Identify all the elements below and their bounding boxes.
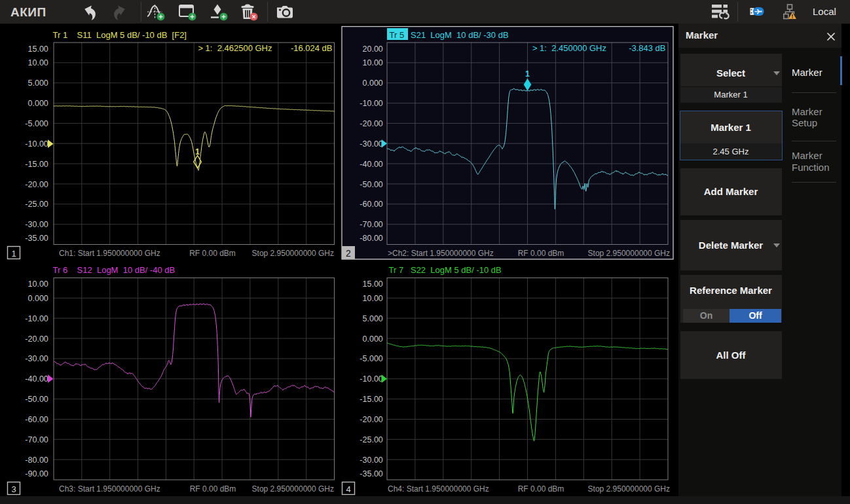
svg-text:10.00: 10.00 — [28, 279, 48, 289]
svg-text:-16.024 dB: -16.024 dB — [291, 43, 333, 53]
svg-text:Tr 5: Tr 5 — [390, 30, 405, 40]
svg-text:S21 LogM 10 dB/ -30 dB: S21 LogM 10 dB/ -30 dB — [411, 30, 509, 40]
svg-text:0.000: 0.000 — [363, 79, 383, 88]
svg-text:-60.00: -60.00 — [360, 200, 382, 209]
svg-text:1: 1 — [11, 249, 16, 259]
svg-text:-70.00: -70.00 — [360, 220, 382, 229]
svg-text:10.00: 10.00 — [363, 294, 383, 303]
svg-text:-50.00: -50.00 — [360, 180, 382, 189]
svg-text:20.00: 20.00 — [363, 45, 383, 54]
svg-text:Stop 2.950000000 GHz: Stop 2.950000000 GHz — [588, 249, 670, 258]
svg-text:-40.00: -40.00 — [360, 160, 382, 169]
svg-text:0.000: 0.000 — [28, 99, 48, 108]
svg-text:-35.00: -35.00 — [25, 234, 48, 243]
svg-text:-25.00: -25.00 — [360, 435, 382, 444]
svg-text:> 1: 2.450000 GHz: > 1: 2.450000 GHz — [532, 43, 606, 53]
svg-text:0.000: 0.000 — [363, 334, 383, 344]
svg-text:-90.00: -90.00 — [25, 469, 48, 478]
svg-text:-5.000: -5.000 — [25, 119, 48, 128]
svg-text:> 1: 2.462500 GHz: > 1: 2.462500 GHz — [198, 43, 272, 53]
svg-text:RF 0.00 dBm: RF 0.00 dBm — [190, 484, 236, 494]
svg-text:15.00: 15.00 — [28, 45, 48, 54]
svg-text:>Ch2: Start 1.950000000 GHz: >Ch2: Start 1.950000000 GHz — [388, 249, 494, 258]
svg-text:RF 0.00 dBm: RF 0.00 dBm — [189, 249, 236, 258]
svg-text:-35.00: -35.00 — [360, 469, 382, 478]
svg-text:Stop 2.950000000 GHz: Stop 2.950000000 GHz — [588, 484, 670, 494]
svg-text:Tr 7 S22 LogM 5 dB/ -10 dB: Tr 7 S22 LogM 5 dB/ -10 dB — [389, 265, 502, 275]
svg-text:-20.00: -20.00 — [360, 119, 382, 128]
svg-text:-20.00: -20.00 — [25, 180, 48, 189]
svg-text:5.000: 5.000 — [28, 79, 48, 88]
svg-text:Tr 6 S12 LogM 10 dB/ -40: Tr 6 S12 LogM 10 dB/ -40 dB — [53, 265, 176, 275]
svg-text:Tr 1 S11 LogM 5 dB/ -10 dB: Tr 1 S11 LogM 5 dB/ -10 dB [F2] — [53, 30, 187, 40]
svg-text:Stop 2.950000000 GHz: Stop 2.950000000 GHz — [252, 484, 334, 494]
svg-text:-80.00: -80.00 — [360, 234, 382, 243]
svg-text:Ch3: Start 1.950000000 GHz: Ch3: Start 1.950000000 GHz — [59, 484, 160, 494]
svg-text:-10.00: -10.00 — [360, 374, 382, 384]
svg-text:-10.00: -10.00 — [360, 99, 382, 108]
svg-text:-10.00: -10.00 — [25, 139, 48, 149]
svg-text:0.000: 0.000 — [28, 294, 48, 303]
svg-text:-15.00: -15.00 — [360, 395, 382, 404]
svg-text:Ch4: Start 1.950000000 GHz: Ch4: Start 1.950000000 GHz — [388, 484, 489, 494]
svg-text:-80.00: -80.00 — [25, 456, 48, 465]
svg-text:Stop 2.950000000 GHz: Stop 2.950000000 GHz — [252, 249, 334, 258]
svg-text:3: 3 — [11, 484, 16, 494]
svg-text:Ch1: Start 1.950000000 GHz: Ch1: Start 1.950000000 GHz — [59, 249, 160, 258]
svg-text:4: 4 — [346, 484, 350, 494]
svg-text:-30.00: -30.00 — [360, 139, 382, 149]
svg-text:15.00: 15.00 — [363, 279, 383, 289]
svg-text:-3.843 dB: -3.843 dB — [629, 43, 665, 53]
svg-text:-60.00: -60.00 — [25, 415, 48, 424]
svg-text:2: 2 — [346, 248, 351, 259]
svg-text:-5.000: -5.000 — [360, 354, 382, 363]
svg-text:-25.00: -25.00 — [25, 200, 48, 209]
svg-text:-30.00: -30.00 — [25, 354, 48, 363]
svg-text:-70.00: -70.00 — [25, 435, 48, 444]
svg-text:-15.00: -15.00 — [25, 160, 48, 169]
svg-text:-30.00: -30.00 — [360, 456, 382, 465]
svg-text:1: 1 — [525, 69, 530, 79]
svg-text:RF 0.00 dBm: RF 0.00 dBm — [518, 249, 564, 258]
svg-text:-30.00: -30.00 — [25, 220, 48, 229]
svg-text:-10.00: -10.00 — [25, 314, 48, 323]
svg-text:RF 0.00 dBm: RF 0.00 dBm — [518, 484, 564, 494]
svg-text:-20.00: -20.00 — [360, 415, 382, 424]
svg-text:-20.00: -20.00 — [25, 334, 48, 344]
svg-text:-50.00: -50.00 — [25, 395, 48, 404]
svg-text:10.00: 10.00 — [363, 58, 383, 67]
svg-text:1: 1 — [195, 147, 200, 156]
svg-text:5.000: 5.000 — [363, 314, 383, 323]
svg-text:10.00: 10.00 — [28, 58, 48, 67]
svg-text:-40.00: -40.00 — [25, 374, 48, 384]
